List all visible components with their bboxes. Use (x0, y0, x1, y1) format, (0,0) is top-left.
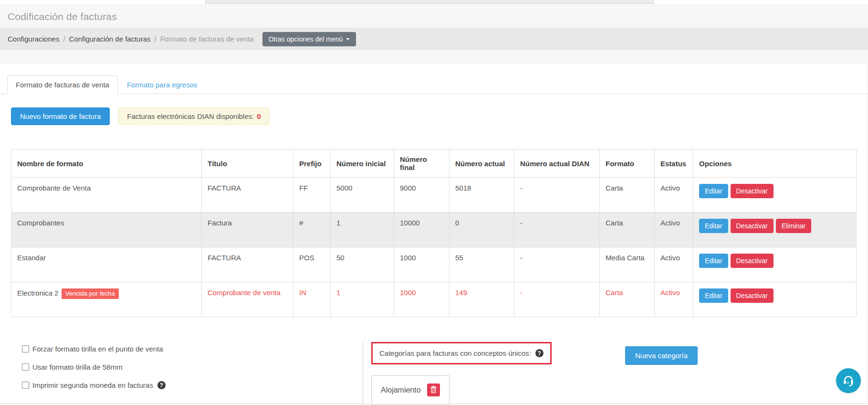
categories-label: Categorías para facturas con conceptos ú… (379, 349, 531, 357)
editar-button[interactable]: Editar (699, 184, 728, 198)
options-cell: EditarDesactivarEliminar (693, 213, 857, 247)
cell-numero_final: 1000 (394, 282, 450, 317)
cell-numero_actual: 0 (450, 213, 514, 247)
support-chat-button[interactable] (836, 368, 861, 393)
tab-2[interactable]: Formato para egresos (118, 75, 206, 94)
vertical-divider (363, 342, 363, 405)
cell-titulo: FACTURA (202, 247, 293, 282)
tab-bar: Formato de facturas de ventaFormato para… (0, 64, 868, 94)
cell-numero_final: 10000 (394, 213, 450, 247)
cell-numero_actual_dian: - (514, 213, 600, 247)
cell-estatus: Activo (655, 247, 693, 282)
table-row: EstandarFACTURAPOS50100055-Media CartaAc… (11, 247, 857, 282)
column-header: Número inicial (331, 149, 394, 178)
content-card: Formato de facturas de ventaFormato para… (0, 64, 868, 404)
format-name-cell: Comprobantes (11, 213, 202, 247)
dian-available-notice: Facturas electrónicas DIAN disponibles: … (118, 107, 269, 125)
cell-numero_actual_dian: - (514, 282, 600, 317)
other-menu-options-label: Otras opciones del menú (269, 35, 343, 43)
column-header: Número final (394, 149, 450, 178)
options-cell: EditarDesactivar (693, 282, 857, 317)
cell-prefijo: # (293, 213, 331, 247)
checkbox[interactable] (22, 382, 29, 389)
expired-badge: Vencida por fecha (62, 288, 119, 299)
bottom-settings-section: Forzar formato tirilla en el punto de ve… (11, 342, 857, 405)
format-name-cell: Comprobante de Venta (11, 178, 202, 213)
new-category-button[interactable]: Nueva categoría (625, 346, 698, 365)
cell-estatus: Activo (655, 178, 693, 213)
breadcrumb-item-2[interactable]: Configuración de facturas (69, 35, 151, 43)
checkbox-label: Imprimir segunda moneda en facturas (32, 381, 153, 389)
eliminar-button[interactable]: Eliminar (776, 219, 812, 233)
cell-numero_inicial: 50 (331, 247, 394, 282)
top-edge-strip (0, 0, 868, 4)
editar-button[interactable]: Editar (699, 219, 728, 233)
cell-formato: Carta (600, 282, 655, 317)
editar-button[interactable]: Editar (699, 288, 728, 303)
breadcrumb-item-1[interactable]: Configuraciones (8, 35, 59, 43)
table-body: Comprobante de VentaFACTURAFF50009000501… (11, 178, 857, 317)
checkbox-label: Forzar formato tirilla en el punto de ve… (32, 345, 163, 353)
column-header: Opciones (693, 149, 857, 178)
checkbox[interactable] (22, 345, 29, 352)
tab-1[interactable]: Formato de facturas de venta (7, 75, 118, 94)
table-row: ComprobantesFactura#1100000-CartaActivoE… (11, 213, 857, 247)
options-cell: EditarDesactivar (693, 178, 857, 213)
checkbox[interactable] (22, 363, 29, 371)
delete-category-button[interactable] (427, 384, 440, 396)
cell-prefijo: POS (293, 247, 331, 282)
tab-content: Nuevo formato de factura Facturas electr… (0, 94, 868, 405)
column-header: Estatus (655, 149, 693, 178)
desactivar-button[interactable]: Desactivar (731, 288, 774, 303)
breadcrumb-item-3: Formato de facturas de venta (160, 35, 254, 43)
cell-numero_actual_dian: - (514, 247, 600, 282)
print-option-1: Forzar formato tirilla en el punto de ve… (22, 345, 363, 353)
cell-estatus: Activo (655, 282, 693, 317)
cell-titulo: Comprobante de venta (202, 282, 293, 317)
table-row: Electronica 2Vencida por fechaComprobant… (11, 282, 857, 317)
other-menu-options-button[interactable]: Otras opciones del menú (262, 32, 356, 46)
cell-formato: Carta (600, 213, 655, 247)
actions-row: Nuevo formato de factura Facturas electr… (11, 107, 857, 125)
desactivar-button[interactable]: Desactivar (731, 184, 774, 198)
cell-titulo: Factura (202, 213, 293, 247)
column-header: Formato (600, 149, 655, 178)
page-header: Codificación de facturas (0, 4, 868, 28)
breadcrumb: Configuraciones/Configuración de factura… (0, 28, 868, 50)
options-cell: EditarDesactivar (693, 247, 857, 282)
cell-numero_actual_dian: - (514, 178, 600, 213)
column-header: Número actual (450, 149, 514, 178)
table-row: Comprobante de VentaFACTURAFF50009000501… (11, 178, 857, 213)
category-chip-list: Alojamiento (371, 375, 595, 405)
print-options-column: Forzar formato tirilla en el punto de ve… (22, 342, 363, 399)
categories-column: Categorías para facturas con conceptos ú… (371, 342, 595, 405)
help-icon[interactable]: ? (157, 381, 166, 389)
cell-estatus: Activo (655, 213, 693, 247)
editar-button[interactable]: Editar (699, 254, 728, 268)
cell-numero_inicial: 5000 (331, 178, 394, 213)
top-edge-segment (205, 0, 654, 4)
invoice-formats-table: Nombre de formatoTítuloPrefijoNúmero ini… (11, 149, 857, 317)
new-category-column: Nueva categoría (625, 342, 698, 365)
page-title: Codificación de facturas (8, 11, 860, 22)
cell-numero_actual: 5018 (450, 178, 514, 213)
desactivar-button[interactable]: Desactivar (731, 254, 774, 268)
cell-numero_final: 1000 (394, 247, 450, 282)
trash-icon (430, 386, 437, 394)
format-name: Comprobante de Venta (17, 184, 91, 192)
cell-formato: Media Carta (600, 247, 655, 282)
caret-down-icon (346, 38, 350, 40)
help-icon[interactable]: ? (535, 349, 544, 357)
cell-numero_inicial: 1 (331, 282, 394, 317)
desactivar-button[interactable]: Desactivar (731, 219, 774, 233)
format-name: Comprobantes (17, 219, 64, 227)
print-option-3: Imprimir segunda moneda en facturas? (22, 381, 363, 389)
cell-formato: Carta (600, 178, 655, 213)
cell-numero_final: 9000 (394, 178, 450, 213)
new-invoice-format-button[interactable]: Nuevo formato de factura (11, 107, 110, 125)
format-name-cell: Estandar (11, 247, 202, 282)
categories-highlight-box: Categorías para facturas con conceptos ú… (371, 342, 552, 364)
format-name: Estandar (17, 254, 46, 262)
cell-titulo: FACTURA (202, 178, 293, 213)
dian-notice-label: Facturas electrónicas DIAN disponibles: (127, 112, 254, 120)
